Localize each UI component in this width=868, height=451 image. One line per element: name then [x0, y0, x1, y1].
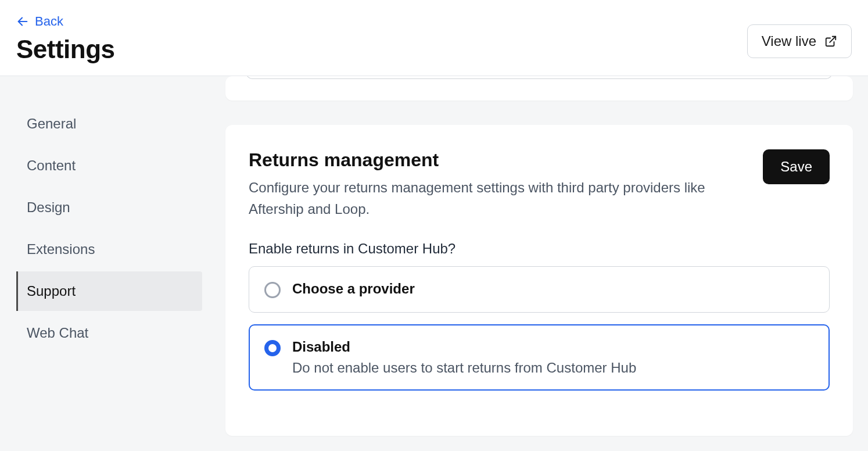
radio-label: Choose a provider [292, 281, 415, 296]
page-header: Back Settings View live [0, 0, 868, 76]
external-link-icon [824, 35, 837, 48]
card-header: Returns management Configure your return… [249, 149, 830, 220]
enable-returns-label: Enable returns in Customer Hub? [249, 241, 830, 257]
sidebar-item-support[interactable]: Support [16, 271, 202, 311]
save-button[interactable]: Save [763, 149, 830, 184]
radio-option-disabled[interactable]: Disabled Do not enable users to start re… [249, 324, 830, 391]
radio-icon [264, 282, 281, 298]
sidebar-item-content[interactable]: Content [16, 146, 202, 185]
radio-label: Disabled [292, 339, 636, 355]
settings-sidebar: General Content Design Extensions Suppor… [0, 76, 202, 451]
back-link[interactable]: Back [16, 14, 115, 29]
card-title: Returns management [249, 149, 737, 171]
radio-icon [264, 340, 281, 356]
card-heading-block: Returns management Configure your return… [249, 149, 737, 220]
radio-option-choose-provider[interactable]: Choose a provider [249, 266, 830, 313]
header-left: Back Settings [16, 14, 115, 64]
view-live-label: View live [762, 33, 816, 49]
sidebar-item-design[interactable]: Design [16, 188, 202, 227]
view-live-button[interactable]: View live [747, 24, 852, 58]
body-area: General Content Design Extensions Suppor… [0, 76, 868, 451]
page-title: Settings [16, 35, 115, 64]
sidebar-item-web-chat[interactable]: Web Chat [16, 313, 202, 353]
radio-sublabel: Do not enable users to start returns fro… [292, 360, 636, 376]
previous-card-stub [225, 76, 853, 101]
svg-line-1 [830, 37, 835, 42]
sidebar-item-general[interactable]: General [16, 104, 202, 144]
sidebar-item-extensions[interactable]: Extensions [16, 230, 202, 269]
card-description: Configure your returns management settin… [249, 177, 737, 220]
back-label: Back [35, 14, 63, 29]
returns-management-card: Returns management Configure your return… [225, 125, 853, 436]
arrow-left-icon [16, 15, 29, 28]
main-content: Returns management Configure your return… [202, 76, 868, 451]
